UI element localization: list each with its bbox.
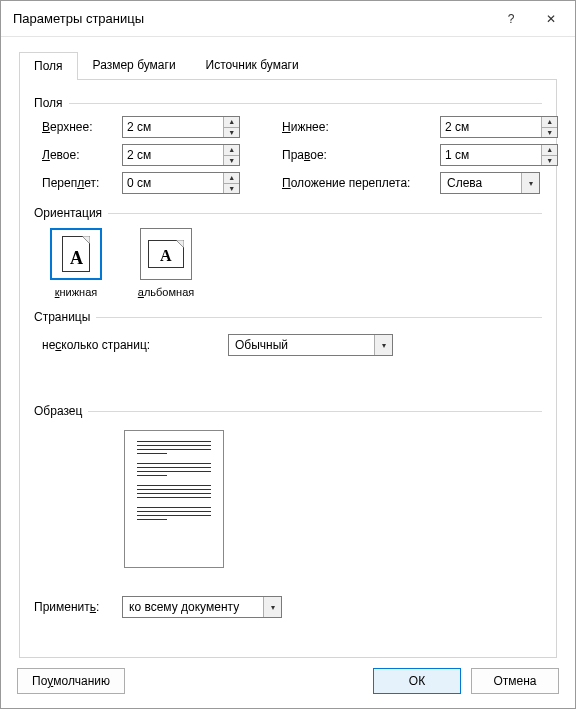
chevron-down-icon[interactable]: ▾ [521, 173, 539, 193]
dialog-content: Поля Размер бумаги Источник бумаги Поля … [1, 37, 575, 658]
orientation-options: A книжная A альбомная [42, 228, 542, 298]
section-preview: Образец [34, 404, 542, 418]
close-button[interactable]: ✕ [531, 4, 571, 34]
default-button[interactable]: По умолчанию [17, 668, 125, 694]
spin-up-icon[interactable]: ▲ [224, 117, 239, 128]
spin-up-icon[interactable]: ▲ [542, 117, 557, 128]
spin-up-icon[interactable]: ▲ [224, 145, 239, 156]
window-title: Параметры страницы [13, 11, 491, 26]
input-left-margin-field[interactable] [123, 145, 223, 165]
section-pages: Страницы [34, 310, 542, 324]
input-bottom-margin-field[interactable] [441, 117, 541, 137]
input-left-margin[interactable]: ▲▼ [122, 144, 240, 166]
spin-down-icon[interactable]: ▼ [224, 156, 239, 166]
spinner-buttons[interactable]: ▲▼ [223, 173, 239, 193]
section-orientation: Ориентация [34, 206, 542, 220]
input-top-margin-field[interactable] [123, 117, 223, 137]
label-bottom: Нижнее: [282, 120, 440, 134]
label-apply-to: Применить: [34, 600, 122, 614]
label-top: Верхнее: [42, 120, 122, 134]
svg-text:A: A [70, 248, 83, 268]
select-gutter-position[interactable]: Слева ▾ [440, 172, 540, 194]
spin-up-icon[interactable]: ▲ [224, 173, 239, 184]
spin-down-icon[interactable]: ▼ [542, 128, 557, 138]
preview-page [124, 430, 224, 568]
spinner-buttons[interactable]: ▲▼ [223, 117, 239, 137]
chevron-down-icon[interactable]: ▾ [263, 597, 281, 617]
tab-margins[interactable]: Поля [19, 52, 78, 80]
spinner-buttons[interactable]: ▲▼ [541, 117, 557, 137]
section-margins: Поля [34, 96, 542, 110]
input-gutter[interactable]: ▲▼ [122, 172, 240, 194]
spinner-buttons[interactable]: ▲▼ [541, 145, 557, 165]
label-left: Левое: [42, 148, 122, 162]
spinner-buttons[interactable]: ▲▼ [223, 145, 239, 165]
ok-button[interactable]: ОК [373, 668, 461, 694]
spin-up-icon[interactable]: ▲ [542, 145, 557, 156]
title-bar: Параметры страницы ? ✕ [1, 1, 575, 37]
dialog-footer: По умолчанию ОК Отмена [1, 658, 575, 708]
spin-down-icon[interactable]: ▼ [224, 128, 239, 138]
orientation-landscape[interactable]: A альбомная [132, 228, 200, 298]
svg-text:A: A [160, 247, 172, 264]
input-right-margin-field[interactable] [441, 145, 541, 165]
apply-row: Применить: ко всему документу ▾ [34, 596, 542, 618]
input-right-margin[interactable]: ▲▼ [440, 144, 558, 166]
input-gutter-field[interactable] [123, 173, 223, 193]
spin-down-icon[interactable]: ▼ [542, 156, 557, 166]
landscape-icon: A [140, 228, 192, 280]
input-top-margin[interactable]: ▲▼ [122, 116, 240, 138]
tab-body: Поля Верхнее: ▲▼ Нижнее: ▲▼ Левое: ▲▼ Пр… [19, 80, 557, 658]
label-gutter: Переплет: [42, 176, 122, 190]
tabs: Поля Размер бумаги Источник бумаги [19, 51, 557, 80]
cancel-button[interactable]: Отмена [471, 668, 559, 694]
tab-paper-source[interactable]: Источник бумаги [191, 51, 314, 79]
orientation-portrait[interactable]: A книжная [42, 228, 110, 298]
portrait-icon: A [50, 228, 102, 280]
preview [124, 430, 542, 568]
select-apply-to[interactable]: ко всему документу ▾ [122, 596, 282, 618]
pages-row: несколько страниц: Обычный ▾ [42, 334, 542, 356]
chevron-down-icon[interactable]: ▾ [374, 335, 392, 355]
label-multi-pages: несколько страниц: [42, 338, 228, 352]
label-right: Правое: [282, 148, 440, 162]
margins-grid: Верхнее: ▲▼ Нижнее: ▲▼ Левое: ▲▼ Правое:… [42, 116, 542, 194]
tab-paper-size[interactable]: Размер бумаги [78, 51, 191, 79]
label-gutter-position: Положение переплета: [282, 176, 440, 190]
input-bottom-margin[interactable]: ▲▼ [440, 116, 558, 138]
spin-down-icon[interactable]: ▼ [224, 184, 239, 194]
help-button[interactable]: ? [491, 4, 531, 34]
select-multi-pages[interactable]: Обычный ▾ [228, 334, 393, 356]
